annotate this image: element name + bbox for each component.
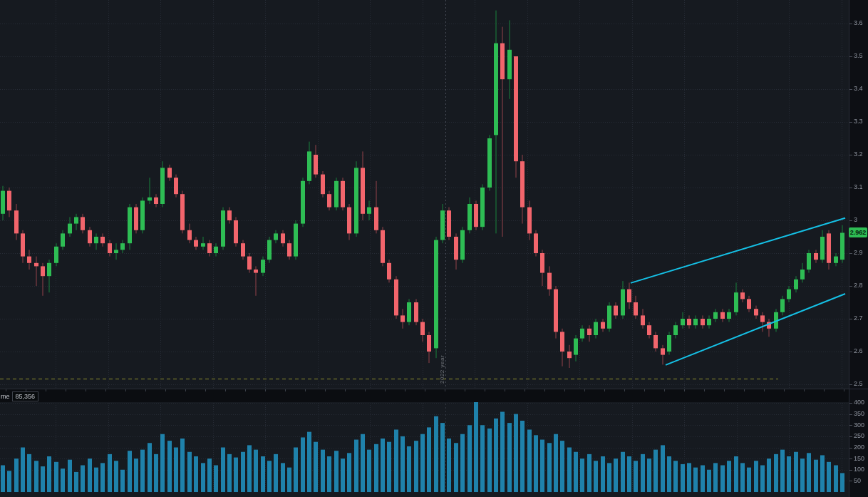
last-price-tag: 2.962 (849, 227, 867, 237)
volume-legend-value: 85,356 (12, 391, 39, 401)
volume-pane-legend: me 85,356 (1, 391, 38, 401)
pane-separator[interactable] (0, 387, 868, 391)
year-marker-label: 2022 year (439, 355, 445, 384)
volume-legend-label: me (1, 391, 10, 401)
trading-chart-root: me 85,356 2022 year 2.962 (0, 0, 868, 497)
price-scale-axis[interactable] (849, 0, 868, 389)
volume-scale-axis[interactable] (849, 389, 868, 497)
candlestick-chart-canvas[interactable] (0, 0, 868, 497)
